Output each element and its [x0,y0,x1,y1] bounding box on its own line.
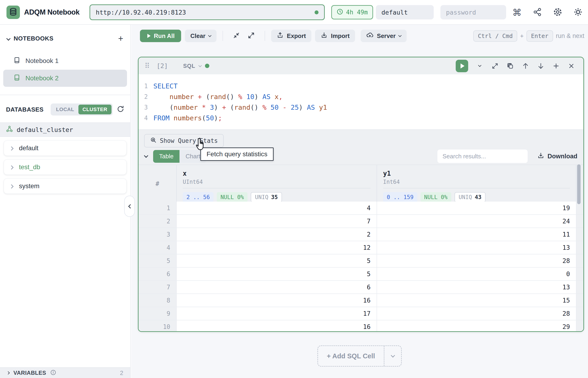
delete-cell-button[interactable] [565,60,577,72]
sidebar-item-notebook-2[interactable]: Notebook 2 [3,70,127,87]
share-button[interactable] [533,8,542,17]
cell-y1-value: 0 [377,268,576,281]
username-input[interactable]: default [376,5,434,19]
download-results-button[interactable]: Download [537,152,577,161]
move-cell-up-button[interactable] [520,60,532,72]
code-line[interactable]: 4FROM numbers(50); [139,113,583,123]
scrollbar-gutter [576,228,583,241]
results-scrollbar-thumb[interactable] [577,164,581,204]
scrollbar-gutter [576,215,583,228]
scrollbar-gutter [576,294,583,307]
row-number-cell: 4 [139,241,177,254]
add-notebook-button[interactable]: + [118,34,123,43]
collapse-all-button[interactable] [231,31,242,41]
sidebar-item-db-default[interactable]: default [4,140,127,156]
column-header-x[interactable]: x UInt64 2 .. 56 NULL 0% UNIQ 35 [177,165,377,202]
code-line[interactable]: 3 (number * 3) + (rand() % 50 - 25) AS y… [139,102,583,113]
cell-duplicate-button[interactable] [504,60,516,72]
show-query-stats-button[interactable]: Show Query Stats [144,134,224,148]
sidebar-item-db-test-db[interactable]: test_db [4,160,127,175]
theme-toggle-button[interactable] [573,8,583,17]
run-all-button[interactable]: Run All [140,30,181,42]
row-number-cell: 8 [139,294,177,307]
run-all-label: Run All [154,32,175,40]
db-scope-cluster[interactable]: CLUSTER [78,105,112,114]
chevron-down-icon [398,34,402,37]
code-line[interactable]: 1SELECT [139,81,583,92]
collapse-icon [232,31,240,40]
clear-button[interactable]: Clear [185,30,217,42]
server-url-input[interactable]: http://10.92.40.219:8123 [89,4,325,20]
session-timer-badge[interactable]: 4h 49m [331,5,373,19]
add-cell-type-dropdown[interactable] [384,346,401,366]
drag-handle-icon[interactable]: ⠿ [145,63,150,69]
table-row: 3211 [139,228,583,241]
cell-y1-value: 13 [377,281,576,294]
notebooks-collapse-icon[interactable] [6,36,10,40]
code-line[interactable]: 2 number + (rand() % 10) AS x, [139,92,583,102]
password-input[interactable]: password [440,5,506,19]
top-header: ADQM Notebook http://10.92.40.219:8123 4… [0,0,588,25]
sidebar-collapse-handle[interactable] [124,196,135,217]
cell-y1-value: 11 [377,228,576,241]
scrollbar-gutter [576,241,583,254]
uniq-badge: UNIQ 35 [251,192,282,202]
refresh-databases-button[interactable] [117,105,124,114]
column-type: UInt64 [183,179,371,189]
cell-x-value: 6 [177,281,377,294]
plus-icon [552,62,560,70]
db-scope-toggle: LOCAL CLUSTER [51,104,113,116]
table-row: 7613 [139,281,583,294]
chevron-right-icon [9,165,13,169]
cluster-row[interactable]: default_cluster [0,122,130,137]
db-scope-local[interactable]: LOCAL [52,105,78,114]
uniq-value: 43 [475,194,482,201]
server-menu-button[interactable]: Server [361,30,407,42]
notebook-label: Notebook 1 [26,57,59,65]
cell-collapse-button[interactable] [474,60,486,72]
sidebar-item-db-system[interactable]: system [4,178,127,194]
row-number-column-header: # [139,165,177,202]
move-cell-down-button[interactable] [535,60,547,72]
download-label: Download [548,153,577,160]
shortcuts-button[interactable]: ⌘ [512,8,522,17]
cell-expand-button[interactable] [489,60,501,72]
cell-x-value: 5 [177,268,377,281]
column-header-y1[interactable]: y1 Int64 0 .. 159 NULL 0% UNIQ 43 [377,165,576,202]
line-number: 1 [139,83,153,90]
settings-button[interactable] [553,8,562,17]
app-logo [6,6,20,19]
stats-magnifier-icon [150,137,157,145]
expand-all-button[interactable] [246,31,256,41]
sidebar-item-notebook-1[interactable]: Notebook 1 [0,54,130,68]
cell-y1-value: 19 [377,202,576,215]
variables-title: VARIABLES [13,370,46,376]
export-button[interactable]: Export [271,30,311,42]
clear-label: Clear [190,32,205,40]
uniq-label: UNIQ [255,194,268,201]
code-text: (number * 3) + (rand() % 50 - 25) AS y1 [153,104,327,111]
chevron-right-icon [9,146,13,150]
clock-icon [337,8,343,16]
tab-table[interactable]: Table [153,150,179,163]
variables-footer[interactable]: VARIABLES 2 [0,367,130,378]
chevron-down-icon [208,34,211,37]
row-number-cell: 6 [139,268,177,281]
results-collapse-icon[interactable] [144,153,148,158]
cell-y1-value: 29 [377,320,576,331]
add-cell-below-button[interactable] [550,60,562,72]
run-cell-button[interactable] [456,60,468,72]
cell-language-select[interactable]: SQL [183,63,209,69]
table-row: 81615 [139,294,583,307]
add-sql-cell-button[interactable]: + Add SQL Cell [317,345,402,367]
databases-section-title: DATABASES [6,106,43,113]
import-button[interactable]: Import [315,30,355,42]
cell-language-label: SQL [183,63,195,69]
download-icon [537,152,544,161]
cell-x-value: 5 [177,254,377,268]
import-icon [320,32,328,40]
search-results-input[interactable] [437,149,528,163]
sql-code-editor[interactable]: 1SELECT2 number + (rand() % 10) AS x,3 (… [139,74,583,130]
sidebar: NOTEBOOKS + Notebook 1 Notebook 2 DATABA… [0,25,131,378]
code-text: SELECT [153,82,178,90]
